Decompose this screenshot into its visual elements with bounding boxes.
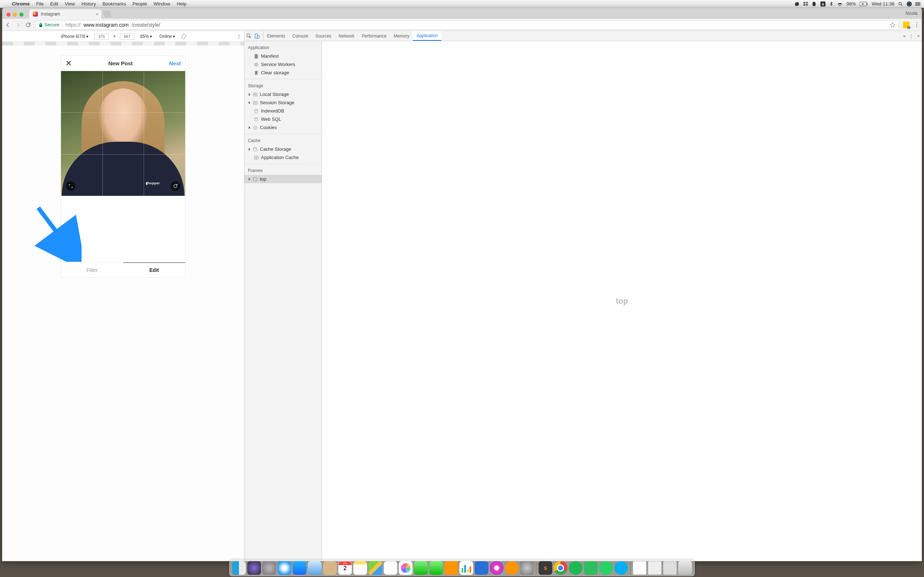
- ig-expand-button[interactable]: [66, 181, 76, 191]
- dropbox-menubar-icon[interactable]: [803, 2, 808, 6]
- dock-app-skype[interactable]: [614, 561, 628, 575]
- skype-menubar-icon[interactable]: [795, 2, 800, 6]
- zoom-selector[interactable]: 85% ▾: [139, 34, 153, 39]
- menu-edit[interactable]: Edit: [47, 1, 61, 6]
- device-toggle-button[interactable]: [254, 34, 260, 39]
- siri-icon[interactable]: [907, 2, 912, 6]
- devtools-tab-network[interactable]: Network: [335, 31, 358, 41]
- nav-reload-button[interactable]: [25, 22, 31, 28]
- battery-icon[interactable]: [859, 2, 868, 6]
- dt-item-service-workers[interactable]: Service Workers: [244, 60, 321, 69]
- dock-app-calendar[interactable]: MAY2: [338, 561, 352, 575]
- device-bar-more-button[interactable]: ⋮: [237, 34, 241, 39]
- dock-app-notes[interactable]: [353, 561, 367, 575]
- dock-app-whatsapp[interactable]: [599, 561, 613, 575]
- menu-app[interactable]: Chrome: [9, 1, 33, 6]
- bookmark-star-icon[interactable]: [890, 22, 895, 28]
- window-zoom-button[interactable]: [19, 13, 23, 16]
- dock-app-photos[interactable]: [399, 561, 412, 575]
- devtools-tab-elements[interactable]: Elements: [263, 31, 289, 41]
- dock-app-siri[interactable]: [247, 561, 261, 575]
- ig-next-button[interactable]: Next: [169, 60, 181, 66]
- tab-close-button[interactable]: ×: [96, 11, 99, 17]
- dt-item-websql[interactable]: Web SQL: [244, 115, 321, 123]
- dock-app-facetime[interactable]: [429, 561, 443, 575]
- dt-item-indexeddb[interactable]: IndexedDB: [244, 107, 321, 115]
- dt-item-cache-storage[interactable]: Cache Storage: [244, 145, 321, 153]
- devtools-tab-console[interactable]: Console: [289, 31, 312, 41]
- dock-app-itunes[interactable]: [490, 561, 504, 575]
- devtools-menu-button[interactable]: ⋮: [909, 34, 914, 39]
- devtools-tab-memory[interactable]: Memory: [390, 31, 413, 41]
- secure-indicator[interactable]: Secure: [39, 22, 63, 27]
- menu-history[interactable]: History: [78, 1, 99, 6]
- menu-file[interactable]: File: [33, 1, 47, 6]
- window-close-button[interactable]: [6, 13, 10, 16]
- dt-item-frame-top[interactable]: top: [244, 175, 321, 183]
- dock-app-maps[interactable]: [368, 561, 382, 575]
- ig-rotate-button[interactable]: [171, 181, 180, 191]
- dock-app-spotify[interactable]: [569, 561, 583, 575]
- dock-app-numbers[interactable]: [459, 561, 473, 575]
- dock-app-chrome[interactable]: [554, 561, 567, 575]
- chrome-profile-label[interactable]: Nicola: [906, 11, 918, 16]
- nav-back-button[interactable]: [5, 22, 11, 28]
- dock-app-keynote[interactable]: [475, 561, 488, 575]
- dock-app-ibooks[interactable]: [444, 561, 458, 575]
- rotate-device-button[interactable]: [181, 34, 187, 39]
- dt-item-cookies[interactable]: Cookies: [244, 123, 321, 132]
- menu-bookmarks[interactable]: Bookmarks: [99, 1, 129, 6]
- menu-view[interactable]: View: [61, 1, 78, 6]
- dt-item-local-storage[interactable]: Local Storage: [244, 90, 321, 98]
- ig-tab-edit[interactable]: Edit: [123, 263, 185, 277]
- ig-close-button[interactable]: ✕: [65, 59, 72, 68]
- dock-app-contacts[interactable]: [323, 561, 337, 575]
- nav-forward-button[interactable]: [15, 22, 21, 28]
- spotlight-icon[interactable]: [898, 2, 903, 6]
- extension-badge-icon[interactable]: [903, 22, 909, 28]
- menu-help[interactable]: Help: [174, 1, 190, 6]
- inspect-element-button[interactable]: [247, 34, 252, 39]
- menu-people[interactable]: People: [129, 1, 150, 6]
- dock-app-reminders[interactable]: [384, 561, 397, 575]
- evernote-menubar-icon[interactable]: [812, 2, 817, 6]
- address-bar[interactable]: Secure https://www.instagram.com/create/…: [36, 20, 899, 29]
- ig-tab-filter[interactable]: Filter: [61, 263, 123, 277]
- network-selector[interactable]: Online ▾: [158, 34, 176, 39]
- dt-item-manifest[interactable]: Manifest: [244, 52, 321, 60]
- dock-app-appstore[interactable]: [293, 561, 307, 575]
- dock-app-safari[interactable]: [278, 561, 291, 575]
- devtools-tab-sources[interactable]: Sources: [312, 31, 335, 41]
- adobe-menubar-icon[interactable]: [821, 2, 825, 6]
- devtools-tab-performance[interactable]: Performance: [358, 31, 390, 41]
- dock-app-mail[interactable]: [308, 561, 321, 575]
- dock-minimized-3[interactable]: [663, 561, 677, 575]
- dock-app-messages[interactable]: [414, 561, 428, 575]
- devtools-overflow-button[interactable]: »: [903, 34, 906, 39]
- device-selector[interactable]: iPhone 6/7/8 ▾: [60, 34, 90, 39]
- dt-item-application-cache[interactable]: Application Cache: [244, 153, 321, 161]
- window-minimize-button[interactable]: [13, 13, 17, 16]
- dock-app-sublime[interactable]: S: [538, 561, 552, 575]
- devtools-close-button[interactable]: ×: [917, 34, 920, 39]
- dt-item-session-storage[interactable]: Session Storage: [244, 98, 321, 107]
- devtools-tab-application[interactable]: Application: [413, 31, 441, 41]
- wifi-menubar-icon[interactable]: [837, 2, 843, 6]
- menu-window[interactable]: Window: [150, 1, 173, 6]
- dock-minimized-2[interactable]: [648, 561, 662, 575]
- menubar-clock[interactable]: Wed 11:36: [872, 1, 894, 6]
- ig-photo-crop[interactable]: ▮hopper: [61, 71, 185, 196]
- notification-center-icon[interactable]: [915, 2, 921, 6]
- dock-app-books[interactable]: [505, 561, 519, 575]
- dock-app-evernote[interactable]: [584, 561, 598, 575]
- dock-app-launchpad[interactable]: [262, 561, 276, 575]
- bluetooth-menubar-icon[interactable]: [829, 2, 834, 6]
- new-tab-button[interactable]: [102, 11, 112, 17]
- browser-tab[interactable]: Instagram ×: [29, 10, 102, 19]
- device-height-input[interactable]: [120, 33, 134, 40]
- device-width-input[interactable]: [94, 33, 109, 40]
- dock-minimized-1[interactable]: [633, 561, 646, 575]
- dt-item-clear-storage[interactable]: Clear storage: [244, 69, 321, 77]
- dock-app-finder[interactable]: [232, 561, 246, 575]
- dock-trash-icon[interactable]: [678, 561, 692, 575]
